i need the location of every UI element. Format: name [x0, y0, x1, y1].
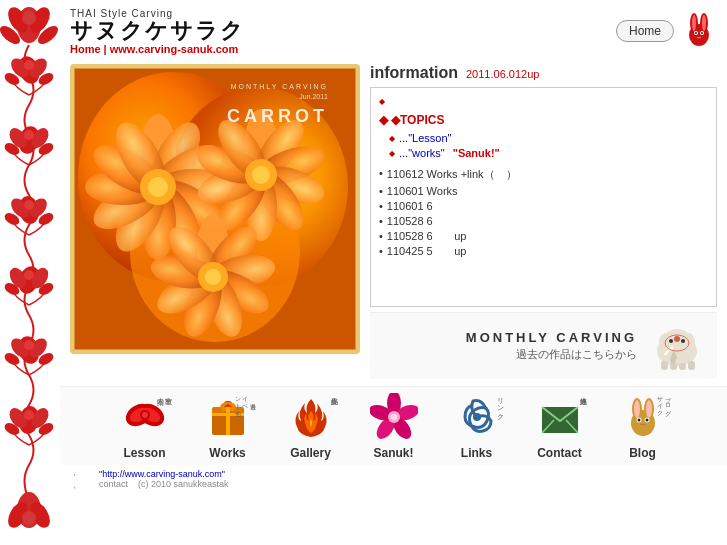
news-item-2: • 110601 Works [379, 185, 708, 197]
svg-point-33 [22, 511, 36, 525]
svg-point-131 [473, 413, 481, 421]
elephant-icon [647, 321, 707, 371]
svg-rect-107 [670, 363, 677, 370]
footer: ・ ・ "http://www.carving-sanuk.com" conta… [60, 465, 727, 499]
nav-item-blog[interactable]: ブログサイク Blog [604, 392, 682, 460]
svg-point-49 [692, 15, 696, 31]
footer-contact: contact [99, 479, 128, 489]
header-right: Home [616, 8, 717, 48]
svg-text:CARROT: CARROT [227, 106, 328, 126]
svg-point-72 [148, 177, 168, 197]
home-button[interactable]: Home [616, 20, 674, 42]
lesson-label-en: Lesson [123, 446, 165, 460]
site-title: サヌクケサラク [70, 19, 245, 43]
header-left: THAI Style Carving サヌクケサラク Home | www.ca… [70, 8, 245, 55]
contact-icon-wrapper: 連絡先 [534, 392, 586, 444]
sanuk-icon [370, 393, 418, 444]
news-item-3: • 110601 6 [379, 200, 708, 212]
contact-icon [536, 393, 584, 444]
nav-item-works[interactable]: 過去イベント他 Works [189, 392, 267, 460]
info-scrollbox[interactable]: ◆ ◆ ◆TOPICS ◆ ..."Lesson" ◆ ..."works [370, 87, 717, 307]
sanuk-icon-wrapper [368, 392, 420, 444]
nav-item-gallery[interactable]: 作品集 Gallery [272, 392, 350, 460]
monthly-banner-text: MONTHLY CARVING 過去の作品はこちらから [466, 330, 637, 362]
info-date: 2011.06.012up [466, 68, 539, 80]
svg-point-140 [637, 418, 640, 421]
works-link[interactable]: ..."works" [399, 147, 445, 159]
topic-works: ◆ ..."works" "Sanuk!" [379, 147, 708, 159]
sanuk-link[interactable]: "Sanuk!" [453, 147, 500, 159]
footer-url[interactable]: "http://www.carving-sanuk.com" [99, 469, 225, 479]
svg-point-104 [669, 339, 673, 343]
nav-item-lesson[interactable]: 教室案内 Lesson [106, 392, 184, 460]
svg-point-17 [24, 200, 34, 210]
svg-point-29 [24, 410, 34, 420]
middle-section: MONTHLY CARVING Jun.2011 CARROT informat… [60, 59, 727, 384]
lesson-icon-wrapper: 教室案内 [119, 392, 171, 444]
svg-point-105 [681, 339, 685, 343]
rabbit-icon [682, 13, 717, 48]
svg-point-9 [24, 60, 34, 70]
svg-text:Jun.2011: Jun.2011 [299, 93, 328, 100]
svg-point-53 [695, 32, 697, 34]
site-url: Home | www.carving-sanuk.com [70, 43, 245, 55]
topic-lesson: ◆ ..."Lesson" [379, 132, 708, 144]
topics-section: ◆ ◆TOPICS ◆ ..."Lesson" ◆ ..."works" "Sa… [379, 113, 708, 159]
main-content: THAI Style Carving サヌクケサラク Home | www.ca… [60, 0, 727, 545]
news-item-1: • 110612 Works +link（ ） [379, 167, 708, 182]
topics-label: ◆ ◆TOPICS [379, 113, 708, 127]
nav-item-sanuk[interactable]: Sanuk! [355, 392, 433, 460]
footer-links: "http://www.carving-sanuk.com" contact (… [99, 469, 229, 495]
svg-point-54 [701, 32, 703, 34]
footer-copyright: (c) 2010 sanukkeastak [138, 479, 229, 489]
nav-item-contact[interactable]: 連絡先 Contact [521, 392, 599, 460]
svg-point-141 [645, 418, 648, 421]
news-items: • 110612 Works +link（ ） • 110601 Works •… [379, 167, 708, 257]
svg-point-130 [391, 414, 397, 420]
svg-rect-106 [661, 361, 668, 370]
links-label-jp: リンク [483, 392, 505, 416]
blog-label-en: Blog [629, 446, 656, 460]
nav-item-links[interactable]: リンク Links [438, 392, 516, 460]
links-label-en: Links [461, 446, 492, 460]
svg-text:MONTHLY CARVING: MONTHLY CARVING [231, 83, 328, 90]
monthly-banner-title: MONTHLY CARVING [466, 330, 637, 345]
svg-rect-108 [679, 363, 686, 370]
news-item-6: • 110425 5 up [379, 245, 708, 257]
footer-col1: ・ ・ [70, 469, 79, 495]
svg-point-21 [24, 270, 34, 280]
nav-row: 教室案内 Lesson [60, 386, 727, 465]
links-icon-wrapper: リンク [451, 392, 503, 444]
carving-image: MONTHLY CARVING Jun.2011 CARROT [70, 64, 360, 354]
left-decorative-border [0, 0, 58, 545]
svg-point-50 [702, 15, 706, 31]
lesson-link[interactable]: ..."Lesson" [399, 132, 451, 144]
works-label-en: Works [209, 446, 245, 460]
blog-label-jp: ブログサイク [649, 392, 671, 413]
svg-point-95 [205, 269, 221, 285]
sanuk-label-en: Sanuk! [373, 446, 413, 460]
news-item-5: • 110528 6 up [379, 230, 708, 242]
monthly-banner-subtitle: 過去の作品はこちらから [466, 347, 637, 362]
works-icon-wrapper: 過去イベント他 [202, 392, 254, 444]
svg-point-136 [634, 400, 640, 418]
svg-point-25 [24, 340, 34, 350]
svg-point-5 [22, 11, 36, 25]
header: THAI Style Carving サヌクケサラク Home | www.ca… [60, 0, 727, 59]
gallery-icon-wrapper: 作品集 [285, 392, 337, 444]
svg-rect-122 [226, 407, 230, 435]
lesson-icon [121, 391, 169, 445]
blog-icon-wrapper: ブログサイク [617, 392, 669, 444]
news-item-4: • 110528 6 [379, 215, 708, 227]
svg-point-13 [24, 130, 34, 140]
svg-point-111 [674, 336, 680, 342]
info-title: information [370, 64, 458, 82]
svg-point-84 [252, 166, 270, 184]
monthly-banner: MONTHLY CARVING 過去の作品はこちらから [370, 312, 717, 379]
gallery-icon [287, 393, 335, 444]
info-panel: information 2011.06.012up ◆ ◆ ◆TOPICS [370, 64, 717, 379]
contact-label-en: Contact [537, 446, 582, 460]
info-header: information 2011.06.012up [370, 64, 717, 82]
gallery-label-en: Gallery [290, 446, 331, 460]
svg-rect-123 [212, 413, 244, 416]
